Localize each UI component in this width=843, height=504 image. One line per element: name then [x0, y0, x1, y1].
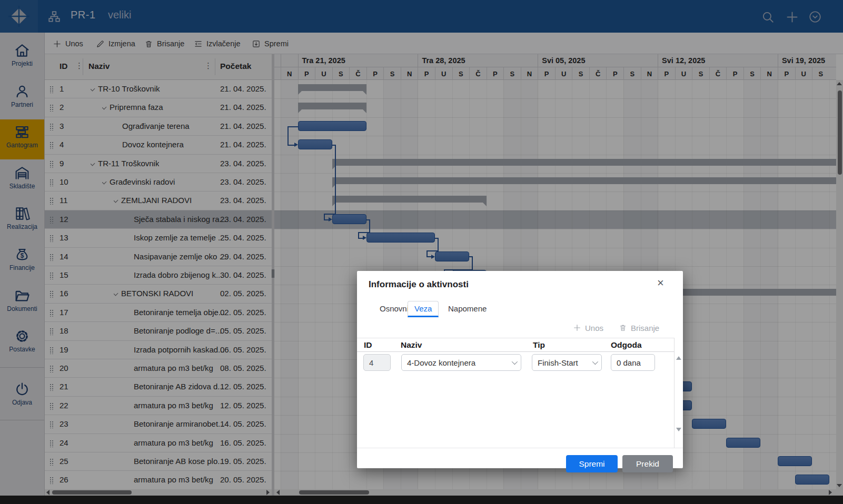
- scroll-up-icon[interactable]: [676, 356, 681, 360]
- link-id-field: 4: [363, 354, 391, 371]
- tab-napomene[interactable]: Napomene: [441, 301, 493, 317]
- link-naziv-select[interactable]: 4-Dovoz kontejnera: [401, 354, 521, 371]
- dialog-delete-button[interactable]: Brisanje: [619, 321, 659, 334]
- dialog-footer-divider: [357, 448, 683, 448]
- tab-veza[interactable]: Veza: [408, 301, 439, 317]
- col-id: ID: [364, 340, 372, 350]
- dialog-table-border: [674, 338, 675, 448]
- chevron-down-icon: [512, 359, 518, 365]
- scroll-down-icon[interactable]: [676, 428, 681, 431]
- link-odgoda-input[interactable]: 0 dana: [611, 354, 655, 371]
- dialog-add-button[interactable]: Unos: [573, 321, 603, 334]
- cancel-button[interactable]: Prekid: [622, 455, 673, 472]
- save-button[interactable]: Spremi: [566, 455, 618, 472]
- dialog-table-header: ID Naziv Tip Odgoda: [357, 338, 674, 352]
- link-tip-select[interactable]: Finish-Start: [532, 354, 602, 371]
- plus-icon: [573, 324, 581, 332]
- dialog-title: Informacije o aktivnosti: [369, 279, 469, 290]
- chevron-down-icon: [592, 359, 598, 365]
- col-odgoda: Odgoda: [611, 340, 642, 350]
- application-window: PR-1 veliki ProjektiPartneriGantogramSkl…: [0, 0, 843, 504]
- col-tip: Tip: [533, 340, 545, 350]
- col-naziv: Naziv: [401, 340, 422, 350]
- activity-info-dialog: Informacije o aktivnosti × Osnovni Veza …: [357, 271, 683, 468]
- trash-icon: [619, 324, 627, 332]
- close-icon[interactable]: ×: [657, 276, 664, 290]
